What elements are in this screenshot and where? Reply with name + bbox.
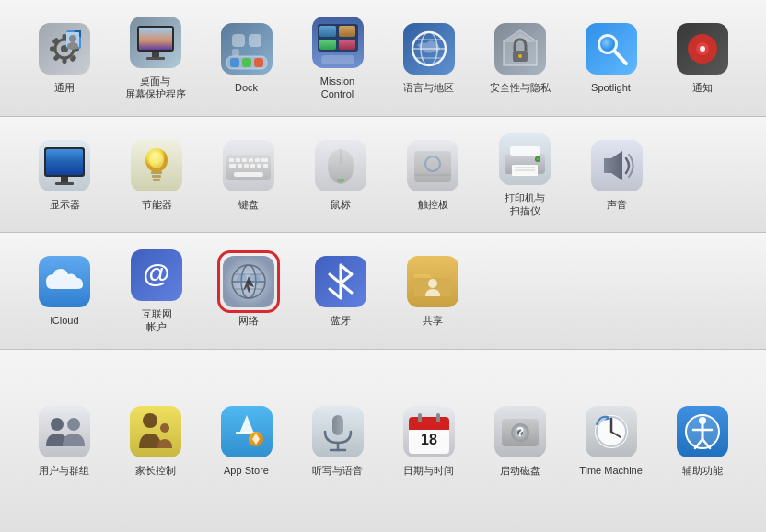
pref-mouse-icon [313,138,368,193]
svg-rect-126 [409,424,449,430]
pref-timemachine-label: Time Machine [579,464,643,477]
pref-spotlight-icon [584,21,639,76]
pref-notification-icon [675,21,730,76]
pref-appstore-label: App Store [224,464,269,477]
svg-rect-58 [46,149,83,175]
pref-datetime-label: 日期与时间 [403,464,454,477]
pref-appstore-icon [219,404,274,459]
pref-parental[interactable]: 家长控制 [110,399,201,482]
pref-accessibility-icon [675,404,730,459]
pref-notification[interactable]: 通知 [656,9,748,107]
pref-language-icon [401,21,457,76]
pref-bluetooth[interactable]: 蓝牙 [295,242,387,340]
pref-startup-label: 启动磁盘 [500,464,540,477]
svg-rect-74 [261,158,268,162]
svg-rect-71 [242,158,247,162]
pref-printer-label: 打印机与扫描仪 [505,191,545,218]
svg-rect-34 [339,26,355,37]
svg-rect-21 [152,52,159,57]
svg-rect-5 [50,47,56,52]
svg-rect-80 [263,164,268,168]
svg-point-95 [535,156,540,162]
pref-users-label: 用户与群组 [39,464,89,477]
svg-rect-26 [242,58,251,67]
pref-icloud-icon [37,254,92,309]
pref-energy-label: 节能器 [142,198,172,211]
pref-sound[interactable]: 声音 [571,126,663,224]
pref-parental-icon [128,404,183,459]
pref-energy-icon [129,138,184,193]
pref-network[interactable]: 网络 [203,242,295,340]
svg-rect-81 [234,172,263,177]
pref-spotlight[interactable]: Spotlight [565,9,656,107]
pref-language[interactable]: 语言与地区 [383,9,474,107]
pref-startup-icon: ? [493,404,548,459]
svg-rect-4 [62,57,66,64]
pref-mission[interactable]: MissionControl [292,9,383,107]
svg-rect-110 [39,406,90,457]
pref-dictation[interactable]: 听写与语音 [292,399,383,482]
pref-security-label: 安全性与隐私 [490,81,551,94]
pref-spotlight-label: Spotlight [591,81,631,94]
pref-sound-icon [589,138,644,193]
pref-display[interactable]: 显示器 [18,126,110,224]
pref-desktop-label: 桌面与屏幕保护程序 [125,75,186,101]
pref-datetime[interactable]: 18 日期与时间 [383,399,474,482]
svg-text:@: @ [143,258,169,288]
svg-rect-29 [249,34,261,47]
pref-internet-accounts[interactable]: @ 互联网帐户 [110,242,203,340]
pref-users-icon [37,404,92,459]
svg-rect-76 [238,164,242,168]
pref-sound-label: 声音 [607,198,627,211]
svg-point-112 [67,418,80,431]
pref-desktop[interactable]: 桌面与屏幕保护程序 [110,9,201,107]
pref-accessibility[interactable]: 辅助功能 [656,399,748,482]
pref-energy[interactable]: 节能器 [110,126,203,224]
svg-rect-120 [332,415,343,435]
pref-accessibility-label: 辅助功能 [682,464,723,477]
svg-rect-69 [229,158,234,162]
pref-trackpad[interactable]: 触控板 [387,126,479,224]
svg-rect-64 [152,175,161,178]
svg-point-55 [700,46,705,52]
pref-datetime-icon: 18 [401,404,457,459]
section-personal-row: 通用 [18,9,748,107]
pref-timemachine[interactable]: Time Machine [565,399,656,482]
svg-text:?: ? [516,424,524,439]
svg-rect-27 [254,58,263,67]
pref-security[interactable]: 安全性与隐私 [474,9,565,107]
pref-timemachine-icon [584,404,639,459]
pref-mouse[interactable]: 鼠标 [295,126,387,224]
pref-appstore[interactable]: App Store [201,399,292,482]
pref-dock[interactable]: Dock [201,9,292,107]
pref-general-icon [37,21,92,76]
pref-dictation-label: 听写与语音 [312,464,363,477]
section-hardware: 显示器 [0,117,766,234]
pref-sharing[interactable]: 共享 [387,242,479,340]
svg-rect-35 [319,40,336,50]
section-system: 用户与群组 [0,350,766,532]
svg-point-84 [337,179,344,182]
svg-rect-22 [146,57,165,60]
svg-rect-127 [418,413,422,422]
pref-keyboard-label: 键盘 [238,198,259,211]
pref-parental-label: 家长控制 [135,464,176,477]
system-preferences: 通用 [0,0,766,532]
pref-dock-label: Dock [235,81,258,94]
pref-keyboard[interactable]: 键盘 [203,126,295,224]
svg-rect-37 [321,55,354,64]
pref-display-label: 显示器 [50,198,80,211]
pref-general-label: 通用 [54,81,75,94]
pref-bluetooth-label: 蓝牙 [331,314,351,327]
pref-users[interactable]: 用户与群组 [18,399,110,482]
svg-rect-63 [151,171,162,174]
section-system-row: 用户与群组 [18,399,748,482]
pref-general[interactable]: 通用 [18,9,110,107]
svg-rect-20 [139,28,172,50]
pref-internet-accounts-icon: @ [129,248,184,303]
pref-icloud[interactable]: iCloud [18,242,110,340]
pref-language-label: 语言与地区 [403,81,454,94]
pref-keyboard-icon [221,138,276,193]
pref-startup[interactable]: ? 启动磁盘 [474,399,565,482]
pref-printer[interactable]: 打印机与扫描仪 [479,126,571,224]
